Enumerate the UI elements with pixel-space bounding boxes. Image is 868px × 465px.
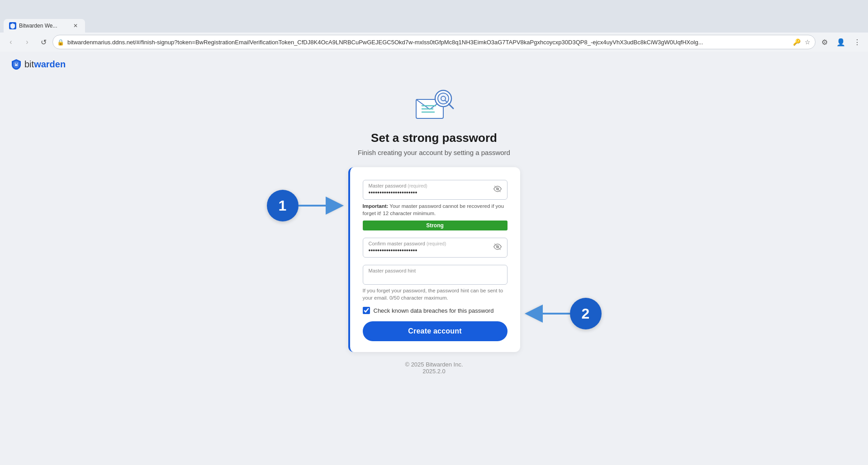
hint-info: If you forget your password, the passwor… — [363, 287, 508, 301]
annotation-circle-1: 1 — [267, 190, 299, 221]
confirm-password-toggle-button[interactable] — [492, 241, 503, 254]
checkbox-row: Check known data breaches for this passw… — [363, 307, 508, 314]
annotation-circle-2: 2 — [570, 298, 602, 329]
secure-icon: 🔒 — [57, 39, 64, 46]
page-title: Set a strong password — [371, 131, 497, 145]
bitwarden-logo: bitwarden — [11, 59, 66, 70]
hint-input[interactable] — [369, 274, 502, 281]
master-password-field-wrap: Master password (required) — [363, 180, 508, 200]
hint-field-group: Master password hint If you forget your … — [363, 265, 508, 301]
page-subtitle: Finish creating your account by setting … — [358, 149, 510, 156]
bw-header: bitwarden — [0, 52, 868, 77]
footer: © 2025 Bitwarden Inc. 2025.2.0 — [405, 352, 463, 384]
strength-bar-wrap: Strong — [363, 221, 508, 230]
master-password-toggle-button[interactable] — [492, 183, 503, 197]
tab-title: Bitwarden We... — [19, 23, 69, 29]
omnibar-actions: 🔑 ☆ — [792, 38, 812, 47]
strength-label: Strong — [426, 222, 444, 229]
omnibar-row: ‹ › ↺ 🔒 🔑 ☆ ⚙ 👤 ⋮ — [0, 33, 868, 52]
svg-line-9 — [449, 104, 453, 108]
password-manager-icon[interactable]: 🔑 — [792, 38, 801, 47]
footer-line1: © 2025 Bitwarden Inc. — [405, 361, 463, 368]
profile-button[interactable]: 👤 — [834, 35, 848, 49]
tabs-row: Bitwarden We... ✕ — [0, 16, 868, 33]
back-button[interactable]: ‹ — [4, 35, 18, 49]
master-password-input[interactable] — [369, 189, 489, 196]
omnibar-wrap: 🔒 🔑 ☆ — [52, 35, 816, 49]
bookmark-icon[interactable]: ☆ — [803, 38, 812, 47]
active-tab[interactable]: Bitwarden We... ✕ — [4, 19, 85, 33]
bitwarden-logo-icon — [11, 59, 22, 70]
logo-text: bitwarden — [24, 59, 66, 70]
confirm-password-field-wrap: Confirm master password (required) — [363, 238, 508, 258]
breach-checkbox[interactable] — [363, 307, 370, 314]
master-password-label: Master password (required) — [369, 183, 427, 188]
hero-illustration — [414, 86, 455, 124]
breach-checkbox-label[interactable]: Check known data breaches for this passw… — [374, 307, 494, 314]
forward-button[interactable]: › — [20, 35, 34, 49]
arrow-shaft-1 — [299, 197, 344, 215]
strength-bar: Strong — [363, 221, 508, 230]
create-account-button[interactable]: Create account — [363, 321, 508, 341]
master-password-group: Master password (required) Import — [363, 180, 508, 230]
hint-field-wrap: Master password hint — [363, 265, 508, 285]
page-content: bitwarden — [0, 52, 868, 465]
footer-line2: 2025.2.0 — [405, 368, 463, 375]
reload-button[interactable]: ↺ — [36, 35, 51, 49]
toolbar-extras: ⚙ 👤 ⋮ — [817, 35, 864, 49]
tab-close-button[interactable]: ✕ — [71, 22, 80, 30]
main-area: Set a strong password Finish creating yo… — [0, 77, 868, 465]
menu-button[interactable]: ⋮ — [850, 35, 864, 49]
arrow-shaft-2 — [525, 305, 570, 323]
confirm-password-label: Confirm master password (required) — [369, 241, 446, 246]
annotation-2: 2 — [525, 298, 602, 329]
confirm-password-group: Confirm master password (required) — [363, 238, 508, 258]
tab-favicon-icon — [9, 22, 16, 29]
confirm-password-input[interactable] — [369, 247, 489, 254]
master-password-warning: Important: Your master password cannot b… — [363, 202, 508, 217]
hint-label: Master password hint — [369, 268, 416, 273]
annotation-1: 1 — [267, 190, 344, 221]
omnibar-input[interactable] — [52, 35, 816, 49]
extensions-button[interactable]: ⚙ — [817, 35, 832, 49]
form-card: Master password (required) Import — [348, 167, 520, 352]
